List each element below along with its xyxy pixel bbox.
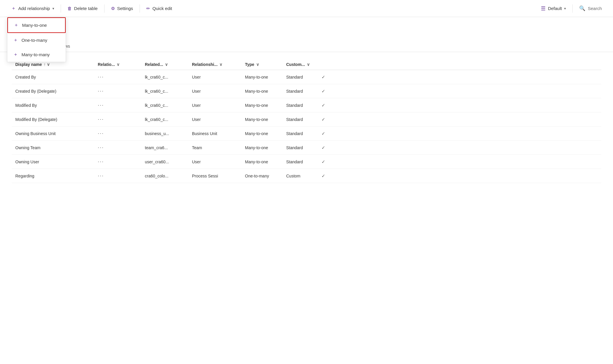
cell-type: Standard bbox=[283, 98, 318, 112]
toolbar: ＋ Add relationship ▾ 🗑 Delete table ⚙ Se… bbox=[0, 0, 613, 17]
dropdown-item-label: One-to-many bbox=[21, 38, 47, 43]
row-options-icon[interactable]: ··· bbox=[98, 144, 104, 150]
dropdown-item-many-to-many[interactable]: ＋ Many-to-many bbox=[7, 47, 66, 62]
col-header-related-label: Related... bbox=[145, 62, 163, 67]
cell-type: Standard bbox=[283, 155, 318, 169]
row-options-icon[interactable]: ··· bbox=[98, 116, 104, 122]
checkmark-icon: ✓ bbox=[322, 89, 325, 94]
separator-1 bbox=[61, 4, 61, 13]
cell-dots[interactable]: ··· bbox=[94, 98, 141, 112]
main-content: Display name ↑ ∨ Relatio... ∨ Related...… bbox=[0, 52, 613, 190]
table-row[interactable]: Modified By ··· lk_cra60_c... User Many-… bbox=[12, 98, 601, 112]
col-header-type[interactable]: Type ∨ bbox=[241, 59, 283, 70]
checkmark-icon: ✓ bbox=[322, 131, 325, 136]
cell-relationship: One-to-many bbox=[241, 169, 283, 183]
row-options-icon[interactable]: ··· bbox=[98, 173, 104, 179]
default-view-button[interactable]: ☰ Default ▾ bbox=[537, 3, 570, 14]
row-options-icon[interactable]: ··· bbox=[98, 88, 104, 94]
add-relationship-label: Add relationship bbox=[18, 6, 50, 11]
table-row[interactable]: Owning Business Unit ··· business_u... B… bbox=[12, 127, 601, 141]
cell-relation: cra60_colo... bbox=[141, 169, 188, 183]
cell-type: Standard bbox=[283, 127, 318, 141]
table-row[interactable]: Owning User ··· user_cra60... User Many-… bbox=[12, 155, 601, 169]
sort-icons-related: ∨ bbox=[165, 62, 168, 67]
table-row[interactable]: Created By (Delegate) ··· lk_cra60_c... … bbox=[12, 84, 601, 98]
row-options-icon[interactable]: ··· bbox=[98, 102, 104, 108]
cell-type: Standard bbox=[283, 70, 318, 84]
cell-relation: lk_cra60_c... bbox=[141, 84, 188, 98]
cell-relationship: Many-to-one bbox=[241, 70, 283, 84]
cell-display-name: Owning Team bbox=[12, 141, 94, 155]
row-options-icon[interactable]: ··· bbox=[98, 130, 104, 136]
dropdown-menu: ＋ Many-to-one ＋ One-to-many ＋ Many-to-ma… bbox=[7, 17, 66, 62]
cell-related: User bbox=[188, 155, 241, 169]
cell-relation: user_cra60... bbox=[141, 155, 188, 169]
cell-custom: ✓ bbox=[318, 98, 601, 112]
cell-dots[interactable]: ··· bbox=[94, 84, 141, 98]
dropdown-item-many-to-one[interactable]: ＋ Many-to-one bbox=[7, 17, 66, 33]
cell-relationship: Many-to-one bbox=[241, 141, 283, 155]
table-row[interactable]: Created By ··· lk_cra60_c... User Many-t… bbox=[12, 70, 601, 84]
sort-icons-type: ∨ bbox=[256, 62, 259, 67]
row-options-icon[interactable]: ··· bbox=[98, 74, 104, 80]
cell-custom: ✓ bbox=[318, 112, 601, 127]
col-header-custom[interactable]: Custom... ∨ bbox=[283, 59, 318, 70]
row-options-icon[interactable]: ··· bbox=[98, 159, 104, 164]
cell-type: Standard bbox=[283, 141, 318, 155]
col-header-relationship-label: Relationshi... bbox=[192, 62, 218, 67]
delete-table-label: Delete table bbox=[74, 6, 98, 11]
cell-display-name: Created By bbox=[12, 70, 94, 84]
cell-relationship: Many-to-one bbox=[241, 127, 283, 141]
col-header-relation-label: Relatio... bbox=[98, 62, 115, 67]
delete-table-button[interactable]: 🗑 Delete table bbox=[63, 4, 102, 13]
cell-related: User bbox=[188, 112, 241, 127]
dropdown-item-one-to-many[interactable]: ＋ One-to-many bbox=[7, 33, 66, 47]
default-view-label: Default bbox=[548, 6, 562, 11]
cell-dots[interactable]: ··· bbox=[94, 70, 141, 84]
sort-icons-relation: ∨ bbox=[117, 62, 120, 67]
checkmark-icon: ✓ bbox=[322, 145, 325, 150]
cell-relation: lk_cra60_c... bbox=[141, 98, 188, 112]
cell-type: Custom bbox=[283, 169, 318, 183]
table-row[interactable]: Owning Team ··· team_cra6... Team Many-t… bbox=[12, 141, 601, 155]
pencil-icon: ✏ bbox=[146, 6, 150, 11]
cell-relation: team_cra6... bbox=[141, 141, 188, 155]
cell-dots[interactable]: ··· bbox=[94, 169, 141, 183]
trash-icon: 🗑 bbox=[67, 6, 72, 11]
table-row[interactable]: Regarding ··· cra60_colo... Process Sess… bbox=[12, 169, 601, 183]
cell-display-name: Regarding bbox=[12, 169, 94, 183]
checkmark-icon: ✓ bbox=[322, 159, 325, 164]
plus-icon: ＋ bbox=[11, 5, 16, 11]
separator-2 bbox=[104, 4, 105, 13]
cell-dots[interactable]: ··· bbox=[94, 141, 141, 155]
sort-icons-custom: ∨ bbox=[307, 62, 310, 67]
cell-type: Standard bbox=[283, 84, 318, 98]
cell-custom: ✓ bbox=[318, 70, 601, 84]
table-row[interactable]: Modified By (Delegate) ··· lk_cra60_c...… bbox=[12, 112, 601, 127]
settings-button[interactable]: ⚙ Settings bbox=[107, 4, 137, 14]
checkmark-icon: ✓ bbox=[322, 117, 325, 122]
col-header-relation[interactable]: Relatio... ∨ bbox=[94, 59, 141, 70]
cell-custom: ✓ bbox=[318, 155, 601, 169]
col-header-related[interactable]: Related... ∨ bbox=[141, 59, 188, 70]
plus-icon-many-to-one: ＋ bbox=[14, 22, 19, 28]
separator-4 bbox=[572, 4, 573, 13]
checkmark-icon: ✓ bbox=[322, 173, 325, 178]
cell-dots[interactable]: ··· bbox=[94, 112, 141, 127]
table-body: Created By ··· lk_cra60_c... User Many-t… bbox=[12, 70, 601, 183]
col-header-relationship[interactable]: Relationshi... ∨ bbox=[188, 59, 241, 70]
dropdown-item-label: Many-to-many bbox=[21, 52, 50, 57]
cell-related: Team bbox=[188, 141, 241, 155]
cell-dots[interactable]: ··· bbox=[94, 127, 141, 141]
cell-dots[interactable]: ··· bbox=[94, 155, 141, 169]
cell-display-name: Modified By (Delegate) bbox=[12, 112, 94, 127]
breadcrumb: Tables › Color bbox=[12, 23, 601, 28]
quick-edit-label: Quick edit bbox=[153, 6, 172, 11]
cell-relation: business_u... bbox=[141, 127, 188, 141]
quick-edit-button[interactable]: ✏ Quick edit bbox=[142, 4, 176, 14]
col-header-custom-label: Custom... bbox=[286, 62, 305, 67]
col-header-type-label: Type bbox=[245, 62, 254, 67]
add-relationship-button[interactable]: ＋ Add relationship ▾ bbox=[7, 3, 58, 14]
cell-display-name: Created By (Delegate) bbox=[12, 84, 94, 98]
search-button[interactable]: 🔍 Search bbox=[575, 3, 606, 14]
